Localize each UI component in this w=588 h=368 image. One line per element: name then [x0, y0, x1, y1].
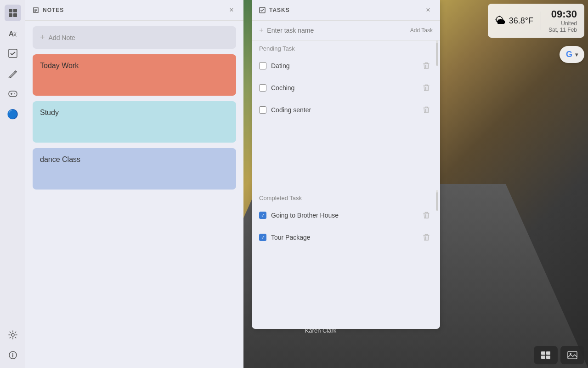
weather-temperature: 36.8°F: [509, 16, 533, 26]
notes-panel-title: NOTES: [43, 7, 64, 13]
note-card-3[interactable]: dance Class: [33, 148, 236, 190]
settings-icon[interactable]: [5, 327, 21, 343]
task-checkbox-5[interactable]: [259, 234, 266, 241]
task-add-plus-icon: +: [259, 26, 263, 34]
task-item-5: Tour Package: [255, 226, 436, 248]
task-checkbox-3[interactable]: [259, 106, 266, 114]
completed-scrollthumb: [436, 192, 438, 211]
task-delete-5[interactable]: [420, 231, 433, 244]
task-delete-3[interactable]: [420, 104, 433, 116]
grid-icon[interactable]: [5, 5, 21, 21]
note-card-2[interactable]: Study: [33, 101, 236, 143]
svg-point-12: [11, 334, 14, 336]
svg-rect-21: [546, 351, 550, 355]
bottom-bar: [534, 346, 584, 364]
translate-icon[interactable]: A 文: [5, 25, 21, 41]
tasks-header: TASKS ×: [252, 0, 440, 21]
task-input-row[interactable]: + Add Task: [252, 21, 440, 40]
tasks-panel-title: TASKS: [269, 7, 290, 13]
notes-header: NOTES ×: [25, 0, 243, 21]
note-title-1: Today Work: [40, 62, 79, 70]
pending-tasks-list: Dating Coching Coding senter: [252, 55, 440, 121]
weather-divider: [541, 12, 541, 30]
completed-scrolltrack: [436, 190, 438, 204]
add-note-label: Add Note: [49, 34, 75, 41]
svg-point-11: [14, 93, 15, 94]
task-delete-4[interactable]: [420, 209, 433, 222]
svg-rect-3: [13, 13, 17, 17]
task-checkbox-2[interactable]: [259, 84, 266, 92]
pending-scrollthumb: [436, 43, 438, 66]
task-label-3: Coding senter: [271, 106, 415, 114]
weather-date: Sat, 11 Feb: [548, 27, 577, 33]
svg-text:文: 文: [12, 31, 17, 37]
info-icon[interactable]: [5, 347, 21, 363]
tasks-close-button[interactable]: ×: [424, 6, 433, 15]
task-item-2: Coching: [255, 77, 436, 99]
task-label-4: Going to Brother House: [271, 212, 415, 219]
pending-section-label: Pending Task: [252, 40, 440, 55]
task-name-input[interactable]: [267, 27, 407, 34]
pending-scrolltrack: [436, 40, 438, 55]
svg-rect-22: [541, 356, 545, 359]
svg-rect-0: [9, 9, 12, 12]
weather-location: United: [548, 20, 577, 27]
completed-section-label: Completed Task: [252, 190, 440, 204]
svg-line-7: [14, 71, 16, 72]
notes-list: Today Work Study dance Class: [25, 54, 243, 190]
image-button[interactable]: [560, 346, 584, 364]
svg-rect-20: [541, 351, 545, 355]
weather-time: 09:30: [548, 8, 577, 20]
weather-widget: 🌥 36.8°F 09:30 United Sat, 11 Feb: [488, 4, 584, 38]
task-label-5: Tour Package: [271, 234, 415, 241]
svg-rect-2: [9, 13, 12, 17]
google-chevron-icon: ▾: [575, 52, 578, 58]
notes-close-button[interactable]: ×: [227, 6, 236, 15]
google-button[interactable]: G ▾: [560, 46, 584, 63]
sidebar: A 文 🔵: [0, 0, 25, 368]
completed-tasks-list: Going to Brother House Tour Package: [252, 204, 440, 248]
task-delete-1[interactable]: [420, 59, 433, 72]
tasks-title: TASKS: [259, 7, 290, 13]
task-item-3: Coding senter: [255, 99, 436, 121]
notes-panel: NOTES × + Add Note Today Work Study danc…: [25, 0, 243, 368]
tasks-icon[interactable]: [5, 45, 21, 62]
svg-line-8: [9, 77, 10, 78]
task-checkbox-4[interactable]: [259, 212, 266, 219]
weather-cloud-icon: 🌥: [495, 15, 505, 27]
weather-left: 🌥 36.8°F: [495, 15, 533, 27]
sidebar-bottom: [5, 327, 21, 363]
add-note-button[interactable]: + Add Note: [33, 26, 236, 49]
gamepad-icon[interactable]: [5, 86, 21, 102]
svg-rect-23: [546, 356, 550, 359]
google-g-label: G: [566, 50, 572, 59]
note-title-3: dance Class: [40, 155, 80, 164]
tasks-panel: TASKS × + Add Task Pending Task Dating C…: [252, 0, 440, 329]
task-item-4: Going to Brother House: [255, 204, 436, 226]
chrome-icon[interactable]: 🔵: [5, 106, 21, 122]
pending-empty-space: [252, 121, 440, 190]
task-checkbox-1[interactable]: [259, 62, 266, 69]
notes-title: NOTES: [33, 7, 64, 13]
add-task-button[interactable]: Add Task: [410, 27, 433, 34]
add-note-plus-icon: +: [40, 33, 45, 42]
edit-icon[interactable]: [5, 65, 21, 82]
note-title-2: Study: [40, 109, 59, 117]
cards-button[interactable]: [534, 346, 558, 364]
task-label-1: Dating: [271, 62, 415, 69]
task-item-1: Dating: [255, 55, 436, 77]
svg-rect-1: [13, 9, 17, 12]
svg-point-15: [12, 353, 13, 354]
note-card-1[interactable]: Today Work: [33, 54, 236, 96]
task-label-2: Coching: [271, 84, 415, 92]
task-delete-2[interactable]: [420, 81, 433, 94]
weather-right: 09:30 United Sat, 11 Feb: [548, 8, 577, 33]
